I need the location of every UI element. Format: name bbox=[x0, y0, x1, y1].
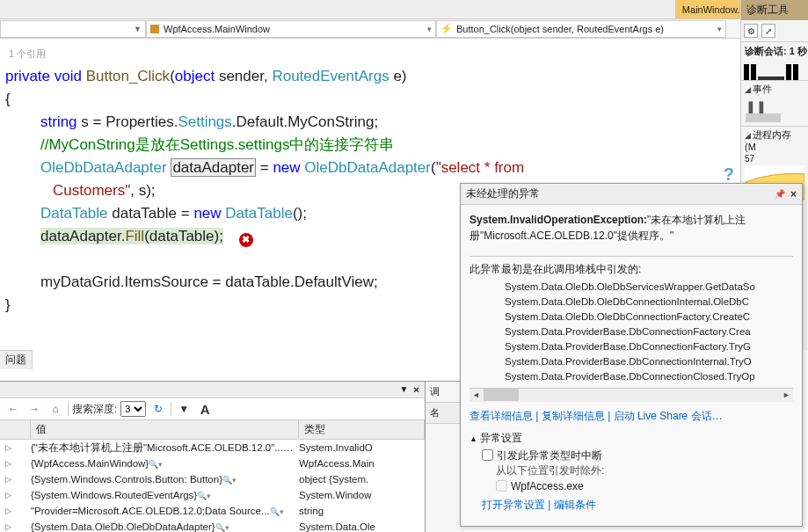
refresh-icon[interactable]: ↻ bbox=[149, 401, 167, 417]
close-icon[interactable]: × bbox=[790, 188, 797, 200]
close-icon[interactable]: × bbox=[413, 384, 419, 395]
table-row[interactable]: ▷{System.Data.OleDb.OleDbDataAdapter}🔍▾S… bbox=[0, 519, 425, 532]
copy-details-link[interactable]: 复制详细信息 bbox=[542, 410, 605, 422]
home-button[interactable]: ⌂ bbox=[47, 401, 64, 417]
except-module-checkbox bbox=[496, 480, 507, 492]
text-icon[interactable]: A bbox=[196, 401, 214, 417]
break-on-throw-checkbox[interactable] bbox=[482, 449, 493, 461]
navigation-bar: ▼ WpfAccess.MainWindow▾ ⚡Button_Click(ob… bbox=[0, 19, 808, 39]
class-dropdown[interactable]: WpfAccess.MainWindow▾ bbox=[146, 20, 436, 38]
open-exception-settings-link[interactable]: 打开异常设置 bbox=[482, 499, 545, 511]
table-row[interactable]: ▷{System.Windows.RoutedEventArgs}🔍▾Syste… bbox=[0, 487, 425, 503]
chevron-down-icon: ▾ bbox=[427, 25, 432, 33]
edit-conditions-link[interactable]: 编辑条件 bbox=[554, 499, 596, 511]
liveshare-link[interactable]: 启动 Live Share 会话… bbox=[614, 410, 723, 422]
callstack-panel: 调 名 bbox=[426, 381, 464, 532]
locals-toolbar: ← → ⌂ 搜索深度: 3 ↻ ▼ A bbox=[0, 398, 425, 420]
method-dropdown[interactable]: ⚡Button_Click(object sender, RoutedEvent… bbox=[436, 20, 726, 38]
session-label: 诊断会话: 1 秒 bbox=[741, 42, 808, 61]
pause-icon[interactable]: ❚❚ bbox=[746, 99, 767, 113]
locals-panel: ▼× ← → ⌂ 搜索深度: 3 ↻ ▼ A 值类型 ▷{"未在本地计算机上注册… bbox=[0, 381, 426, 532]
project-dropdown[interactable]: ▼ bbox=[0, 20, 146, 38]
search-depth-select[interactable]: 3 bbox=[120, 401, 146, 417]
filter-icon[interactable]: ▼ bbox=[175, 401, 193, 417]
nav-fwd-button[interactable]: → bbox=[25, 401, 43, 417]
exception-message: System.InvalidOperationException:"未在本地计算… bbox=[470, 212, 793, 244]
method-icon: ⚡ bbox=[440, 23, 453, 34]
scrollbar-thumb[interactable] bbox=[484, 389, 519, 401]
gear-icon[interactable]: ⚙ bbox=[744, 24, 758, 38]
chevron-down-icon: ▼ bbox=[134, 25, 142, 33]
timeline-ruler bbox=[741, 61, 808, 80]
error-icon[interactable]: ✖ bbox=[239, 233, 253, 247]
table-row[interactable]: ▷{System.Windows.Controls.Button: Button… bbox=[0, 471, 425, 487]
expand-icon[interactable]: ⤢ bbox=[761, 24, 775, 38]
exception-popup: 未经处理的异常 📌 × System.InvalidOperationExcep… bbox=[460, 183, 803, 527]
panel-title: 诊断工具 bbox=[741, 0, 808, 20]
document-tabs: MainWindow.xaml.cs 📌 × bbox=[0, 0, 808, 19]
nav-back-button[interactable]: ← bbox=[4, 401, 22, 417]
chevron-down-icon: ▾ bbox=[717, 25, 722, 33]
table-row[interactable]: ▷"Provider=Microsoft.ACE.OLEDB.12.0;Data… bbox=[0, 503, 425, 519]
table-row[interactable]: ▷{WpfAccess.MainWindow}🔍▾WpfAccess.Main bbox=[0, 455, 425, 471]
view-details-link[interactable]: 查看详细信息 bbox=[470, 410, 533, 422]
popup-header[interactable]: 未经处理的异常 📌 × bbox=[461, 184, 802, 205]
table-row[interactable]: ▷{"未在本地计算机上注册"Microsoft.ACE.OLEDB.12.0".… bbox=[0, 440, 425, 455]
column-headers: 值类型 bbox=[0, 420, 425, 440]
pin-icon[interactable]: ▼ bbox=[399, 384, 408, 395]
problems-tab[interactable]: 问题 bbox=[0, 350, 33, 369]
class-icon bbox=[150, 25, 159, 33]
codelens-references[interactable]: 1 个引用 bbox=[9, 42, 803, 65]
pin-icon[interactable]: 📌 bbox=[775, 189, 785, 199]
call-stack: System.Data.OleDb.OleDbServicesWrapper.G… bbox=[505, 280, 793, 384]
